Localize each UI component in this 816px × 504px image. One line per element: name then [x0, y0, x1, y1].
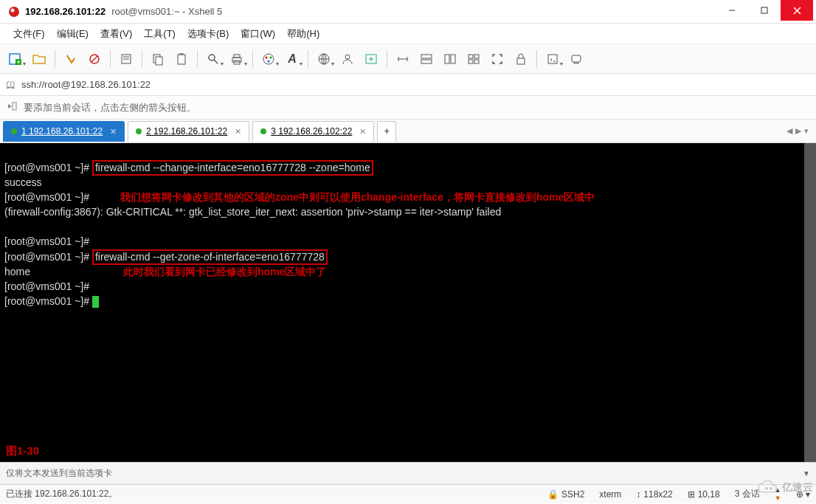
svg-rect-22	[234, 55, 240, 58]
session-tab-3[interactable]: 3 192.168.26.102:22 ✕	[252, 121, 374, 142]
disconnect-button[interactable]	[85, 49, 104, 69]
properties-button[interactable]	[117, 49, 136, 69]
tab-close-icon[interactable]: ✕	[235, 127, 241, 137]
copy-button[interactable]	[148, 49, 167, 69]
terminal-scrollbar[interactable]	[804, 143, 816, 462]
scrollbar-thumb[interactable]	[804, 143, 816, 462]
terminal[interactable]: [root@vms001 ~]# firewall-cmd --change-i…	[0, 143, 816, 462]
svg-rect-35	[445, 55, 449, 63]
watermark: 亿速云	[757, 480, 813, 495]
prompt: [root@vms001 ~]#	[4, 191, 89, 203]
session-tab-2[interactable]: 2 192.168.26.101:22 ✕	[128, 121, 249, 142]
color-scheme-button[interactable]: ▾	[259, 49, 278, 69]
script-button[interactable]: ▾	[543, 49, 562, 69]
status-dot-icon	[260, 128, 266, 134]
font-button[interactable]: A▾	[283, 49, 302, 69]
tab-label: 2 192.168.26.101:22	[146, 126, 227, 137]
svg-point-25	[266, 56, 268, 58]
status-dot-icon	[11, 128, 17, 134]
svg-point-0	[9, 7, 19, 17]
menu-window[interactable]: 窗口(W)	[236, 26, 280, 42]
status-term-type: xterm	[599, 489, 621, 500]
toolbar: ▾ ▾ ▾ ▾ A▾ ▾ ▾	[0, 44, 816, 74]
tab-label: 1 192.168.26.101:22	[21, 126, 103, 137]
hint-text: 要添加当前会话，点击左侧的箭头按钮。	[24, 101, 196, 114]
menu-view[interactable]: 查看(V)	[96, 26, 136, 42]
output-line: success	[4, 176, 42, 188]
compose-button[interactable]	[567, 49, 586, 69]
menu-tools[interactable]: 工具(T)	[139, 26, 180, 42]
menu-file[interactable]: 文件(F)	[9, 26, 49, 42]
svg-point-1	[11, 8, 15, 12]
tab-next-icon[interactable]: ▶	[795, 126, 801, 136]
tab-close-icon[interactable]: ✕	[110, 127, 117, 137]
menu-help[interactable]: 帮助(H)	[283, 26, 324, 42]
compose-input[interactable]: 仅将文本发送到当前选项卡	[6, 467, 797, 480]
bookmark-icon[interactable]: 🕮	[6, 79, 15, 90]
tile-vertical-button[interactable]	[440, 49, 460, 69]
new-filetransfer-button[interactable]	[362, 49, 381, 69]
close-button[interactable]	[781, 0, 813, 21]
svg-line-11	[91, 56, 97, 62]
status-dot-icon	[136, 128, 142, 134]
session-tabbar: 1 192.168.26.101:22 ✕ 2 192.168.26.101:2…	[0, 120, 816, 143]
hint-bar: 要添加当前会话，点击左侧的箭头按钮。	[0, 96, 816, 120]
toolbar-separator	[110, 50, 111, 68]
find-button[interactable]: ▾	[204, 49, 223, 69]
compose-dropdown-icon[interactable]: ▼	[803, 469, 810, 477]
svg-rect-39	[468, 60, 473, 63]
output-line: home	[4, 266, 30, 277]
session-tab-1[interactable]: 1 192.168.26.101:22 ✕	[3, 121, 125, 142]
horizontal-scroll-button[interactable]	[393, 49, 412, 69]
prompt: [root@vms001 ~]#	[4, 280, 89, 292]
maximize-button[interactable]	[748, 0, 781, 21]
compose-bar: 仅将文本发送到当前选项卡 ▼	[0, 462, 816, 484]
app-icon	[7, 5, 21, 18]
reconnect-button[interactable]	[61, 49, 80, 69]
status-sessions: 3 会话	[735, 488, 760, 500]
status-size: ↕ 118x22	[636, 489, 672, 500]
window-controls	[716, 0, 813, 23]
minimize-button[interactable]	[716, 0, 748, 21]
toolbar-separator	[197, 50, 198, 68]
toolbar-separator	[536, 50, 537, 68]
grid-icon: ⊞	[688, 489, 695, 500]
svg-rect-44	[13, 103, 16, 110]
svg-rect-37	[468, 55, 473, 58]
svg-rect-43	[572, 55, 581, 62]
svg-point-27	[268, 60, 270, 62]
add-session-icon[interactable]	[6, 100, 18, 114]
lock-button[interactable]	[511, 49, 530, 69]
encoding-button[interactable]: ▾	[314, 49, 333, 69]
profile-button[interactable]	[338, 49, 357, 69]
tile-grid-button[interactable]	[464, 49, 483, 69]
toolbar-separator	[142, 50, 142, 68]
svg-point-26	[270, 56, 272, 58]
tab-close-icon[interactable]: ✕	[359, 127, 366, 137]
new-session-button[interactable]: ▾	[6, 49, 25, 69]
menu-tabs[interactable]: 选项卡(B)	[183, 26, 233, 42]
open-button[interactable]	[30, 49, 49, 69]
menu-edit[interactable]: 编辑(E)	[52, 26, 93, 42]
tab-prev-icon[interactable]: ◀	[786, 126, 792, 136]
paste-button[interactable]	[172, 49, 191, 69]
svg-rect-40	[474, 60, 479, 63]
svg-point-24	[263, 54, 274, 64]
add-tab-button[interactable]: +	[377, 121, 396, 142]
svg-rect-38	[474, 55, 479, 58]
svg-rect-18	[179, 53, 184, 55]
command-highlighted: firewall-cmd --get-zone-of-interface=eno…	[92, 249, 328, 265]
tile-horizontal-button[interactable]	[417, 49, 436, 69]
svg-point-19	[209, 55, 215, 61]
print-button[interactable]: ▾	[227, 49, 246, 69]
status-protocol: 🔒SSH2	[547, 489, 584, 500]
tab-menu-icon[interactable]: ▾	[804, 126, 809, 136]
svg-rect-3	[761, 7, 767, 13]
toolbar-separator	[308, 50, 308, 68]
address-url[interactable]: ssh://root@192.168.26.101:22	[21, 79, 151, 90]
window-title: 192.168.26.101:22	[25, 6, 106, 17]
fullscreen-button[interactable]	[488, 49, 507, 69]
lock-icon: 🔒	[547, 489, 559, 500]
svg-rect-36	[451, 55, 455, 63]
toolbar-separator	[55, 50, 55, 68]
